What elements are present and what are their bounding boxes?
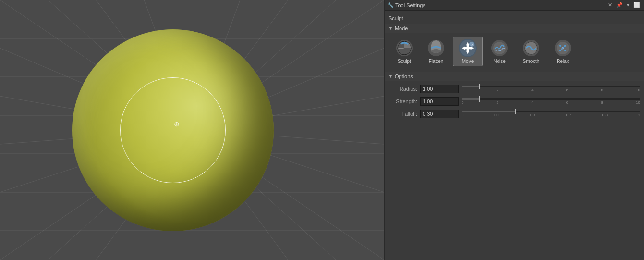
- flatten-mode-label: Flatten: [429, 59, 444, 64]
- options-section-title: Options: [395, 74, 413, 79]
- smooth-icon: [522, 39, 540, 57]
- falloff-slider[interactable]: 0 0.2 0.4 0.6 0.8 1: [462, 110, 640, 118]
- expand-panel-button[interactable]: ⬜: [632, 2, 641, 8]
- mode-flatten[interactable]: Flatten: [421, 37, 451, 66]
- falloff-label: Falloff:: [389, 111, 417, 117]
- svg-rect-38: [465, 47, 471, 49]
- radius-row: Radius: 0 2 4 6 8 10: [385, 83, 644, 95]
- mode-section-title: Mode: [395, 25, 408, 31]
- sculpt-label: Sculpt: [385, 13, 644, 24]
- radius-slider[interactable]: 0 2 4 6 8 10: [462, 85, 640, 93]
- mode-collapse-arrow: ▼: [389, 26, 393, 31]
- relax-mode-label: Relax: [557, 59, 569, 64]
- sphere-object: ⊕: [72, 29, 274, 231]
- mode-relax[interactable]: Relax: [548, 37, 578, 66]
- close-panel-button[interactable]: ✕: [607, 2, 613, 8]
- svg-text:↗: ↗: [471, 44, 473, 47]
- panel-controls: ✕ 📌 ▾ ⬜: [607, 2, 641, 8]
- wrench-icon: 🔧: [388, 2, 393, 8]
- mode-move[interactable]: ↗ Move: [453, 37, 483, 66]
- strength-row: Strength: 0 2 4 6 8 10: [385, 95, 644, 108]
- strength-slider[interactable]: 0 2 4 6 8 10: [462, 97, 640, 106]
- svg-point-31: [431, 49, 441, 53]
- mode-grid: Sculpt Flatten: [385, 35, 644, 70]
- 3d-viewport[interactable]: ⊕: [0, 0, 384, 260]
- pin-panel-button[interactable]: 📌: [615, 2, 624, 8]
- noise-mode-label: Noise: [493, 59, 506, 64]
- radius-input[interactable]: [420, 85, 459, 93]
- sculpt-icon: [395, 39, 413, 57]
- noise-icon: [490, 39, 509, 57]
- panel-body: Sculpt ▼ Mode: [385, 11, 644, 123]
- strength-input[interactable]: [420, 97, 459, 106]
- options-collapse-arrow: ▼: [389, 74, 393, 79]
- sculpt-mode-label: Sculpt: [398, 59, 411, 64]
- brush-circle: [120, 77, 226, 183]
- radius-label: Radius:: [389, 86, 417, 92]
- panel-title: Tool Settings: [395, 2, 605, 8]
- falloff-row: Falloff: 0 0.2 0.4 0.6 0.8 1: [385, 108, 644, 120]
- relax-icon: [554, 39, 572, 57]
- mode-sculpt[interactable]: Sculpt: [389, 37, 419, 66]
- smooth-mode-label: Smooth: [523, 59, 539, 64]
- options-section: ▼ Options Radius: 0 2 4 6: [385, 72, 644, 120]
- options-section-header[interactable]: ▼ Options: [385, 72, 644, 81]
- tool-settings-panel: 🔧 Tool Settings ✕ 📌 ▾ ⬜ Sculpt ▼ Mode: [384, 0, 644, 260]
- move-mode-label: Move: [462, 59, 474, 64]
- flatten-icon: [427, 39, 445, 57]
- move-icon: ↗: [459, 39, 477, 57]
- mode-noise[interactable]: Noise: [485, 37, 514, 66]
- strength-label: Strength:: [389, 99, 417, 104]
- falloff-input[interactable]: [420, 110, 459, 118]
- mode-section-header[interactable]: ▼ Mode: [385, 24, 644, 33]
- mode-smooth[interactable]: Smooth: [516, 37, 546, 66]
- sphere-mesh: ⊕: [72, 29, 274, 231]
- menu-panel-button[interactable]: ▾: [626, 2, 631, 8]
- panel-header: 🔧 Tool Settings ✕ 📌 ▾ ⬜: [385, 0, 644, 11]
